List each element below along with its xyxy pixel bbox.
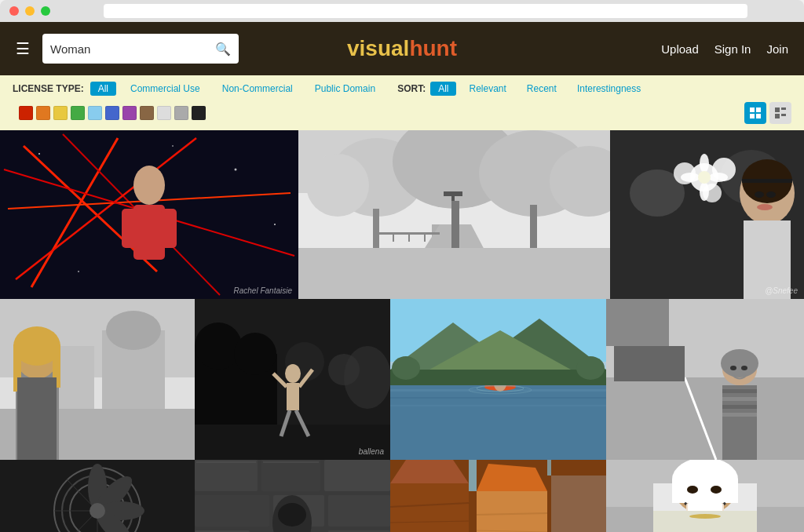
swatch-light-gray[interactable] bbox=[157, 106, 171, 120]
svg-point-20 bbox=[235, 169, 237, 171]
svg-rect-156 bbox=[469, 460, 477, 491]
swatch-gray[interactable] bbox=[174, 106, 188, 120]
svg-point-53 bbox=[681, 173, 700, 182]
swatch-red[interactable] bbox=[19, 106, 33, 120]
svg-point-23 bbox=[172, 145, 174, 147]
svg-rect-173 bbox=[672, 479, 738, 503]
svg-point-149 bbox=[278, 503, 306, 527]
logo[interactable]: visualhunt bbox=[347, 36, 457, 61]
sort-section: SORT: All Relevant Recent Interestingnes… bbox=[397, 82, 649, 96]
svg-point-175 bbox=[711, 486, 722, 494]
svg-rect-106 bbox=[390, 370, 606, 385]
svg-rect-37 bbox=[393, 232, 394, 242]
photo-row-1: Rachel Fantaisie bbox=[0, 130, 804, 299]
sort-recent-button[interactable]: Recent bbox=[519, 82, 565, 96]
svg-rect-157 bbox=[547, 460, 551, 476]
sort-label: SORT: bbox=[397, 83, 426, 94]
photo-5[interactable]: ballena bbox=[195, 299, 390, 460]
watermark-5: ballena bbox=[359, 447, 384, 456]
header-nav: Upload Sign In Join bbox=[661, 42, 788, 56]
photo-3[interactable]: @Snefee bbox=[610, 130, 804, 299]
svg-point-122 bbox=[741, 366, 747, 370]
photo-4[interactable] bbox=[0, 299, 195, 460]
svg-rect-140 bbox=[195, 495, 269, 527]
photo-9[interactable] bbox=[195, 460, 390, 532]
license-label: LICENSE TYPE: bbox=[13, 83, 84, 94]
hamburger-icon[interactable]: ☰ bbox=[16, 39, 30, 58]
svg-rect-120 bbox=[722, 413, 757, 417]
swatch-dark[interactable] bbox=[192, 106, 206, 120]
svg-point-115 bbox=[721, 349, 758, 377]
license-commercial-button[interactable]: Commercial Use bbox=[122, 82, 208, 96]
swatch-brown[interactable] bbox=[140, 106, 154, 120]
view-toggle bbox=[744, 102, 791, 124]
address-bar[interactable] bbox=[104, 4, 747, 18]
svg-point-15 bbox=[133, 166, 165, 205]
signin-link[interactable]: Sign In bbox=[714, 42, 751, 56]
grid-view-button[interactable] bbox=[744, 102, 766, 124]
search-input[interactable] bbox=[50, 42, 215, 56]
svg-rect-113 bbox=[614, 346, 685, 381]
sort-all-button[interactable]: All bbox=[430, 82, 456, 96]
svg-point-19 bbox=[38, 153, 40, 155]
photo-row-3 bbox=[0, 460, 804, 532]
swatch-blue[interactable] bbox=[105, 106, 119, 120]
search-icon[interactable]: 🔍 bbox=[215, 42, 231, 56]
color-swatches bbox=[19, 106, 206, 120]
photo-7[interactable] bbox=[606, 299, 804, 460]
svg-rect-4 bbox=[775, 107, 780, 112]
swatch-green[interactable] bbox=[71, 106, 85, 120]
sort-relevant-button[interactable]: Relevant bbox=[461, 82, 513, 96]
svg-rect-155 bbox=[551, 476, 606, 532]
photo-10[interactable] bbox=[390, 460, 606, 532]
minimize-button[interactable] bbox=[25, 6, 35, 16]
svg-point-121 bbox=[730, 366, 736, 370]
svg-rect-85 bbox=[287, 383, 299, 410]
svg-rect-34 bbox=[444, 191, 462, 196]
svg-point-54 bbox=[709, 173, 728, 182]
join-link[interactable]: Join bbox=[766, 42, 788, 56]
swatch-orange[interactable] bbox=[36, 106, 50, 120]
photo-8[interactable] bbox=[0, 460, 195, 532]
watermark-3: @Snefee bbox=[765, 286, 798, 295]
swatch-yellow[interactable] bbox=[53, 106, 68, 120]
window-chrome bbox=[0, 0, 804, 22]
photo-1[interactable]: Rachel Fantaisie bbox=[0, 130, 298, 299]
swatch-purple[interactable] bbox=[122, 106, 137, 120]
svg-rect-2 bbox=[750, 114, 755, 118]
svg-point-84 bbox=[285, 364, 301, 383]
svg-rect-5 bbox=[781, 107, 786, 110]
svg-point-22 bbox=[274, 224, 276, 225]
header: ☰ 🔍 visualhunt Upload Sign In Join bbox=[0, 22, 804, 75]
svg-rect-112 bbox=[606, 299, 669, 346]
maximize-button[interactable] bbox=[41, 6, 50, 16]
upload-link[interactable]: Upload bbox=[661, 42, 699, 56]
svg-point-51 bbox=[700, 154, 709, 173]
svg-rect-39 bbox=[424, 232, 426, 242]
logo-hunt: hunt bbox=[409, 36, 457, 60]
license-all-button[interactable]: All bbox=[90, 82, 116, 96]
sort-interesting-button[interactable]: Interestingness bbox=[569, 82, 649, 96]
svg-rect-18 bbox=[161, 209, 177, 248]
photo-2[interactable] bbox=[298, 130, 610, 299]
photo-11[interactable] bbox=[606, 460, 804, 532]
svg-rect-16 bbox=[133, 205, 165, 260]
close-button[interactable] bbox=[9, 6, 19, 16]
watermark-1: Rachel Fantaisie bbox=[234, 286, 292, 295]
swatch-light-blue[interactable] bbox=[88, 106, 102, 120]
svg-rect-153 bbox=[477, 491, 547, 532]
svg-rect-17 bbox=[122, 209, 137, 248]
license-publicdomain-button[interactable]: Public Domain bbox=[307, 82, 383, 96]
logo-visual: visual bbox=[347, 36, 409, 60]
svg-point-107 bbox=[392, 356, 420, 380]
license-noncommercial-button[interactable]: Non-Commercial bbox=[214, 82, 301, 96]
svg-point-179 bbox=[689, 514, 721, 519]
svg-rect-97 bbox=[390, 385, 606, 460]
list-view-button[interactable] bbox=[769, 102, 791, 124]
svg-point-60 bbox=[766, 191, 776, 198]
svg-rect-38 bbox=[408, 232, 410, 242]
svg-rect-59 bbox=[742, 179, 792, 183]
svg-rect-3 bbox=[756, 114, 761, 118]
svg-rect-138 bbox=[261, 460, 320, 491]
photo-6[interactable] bbox=[390, 299, 606, 460]
